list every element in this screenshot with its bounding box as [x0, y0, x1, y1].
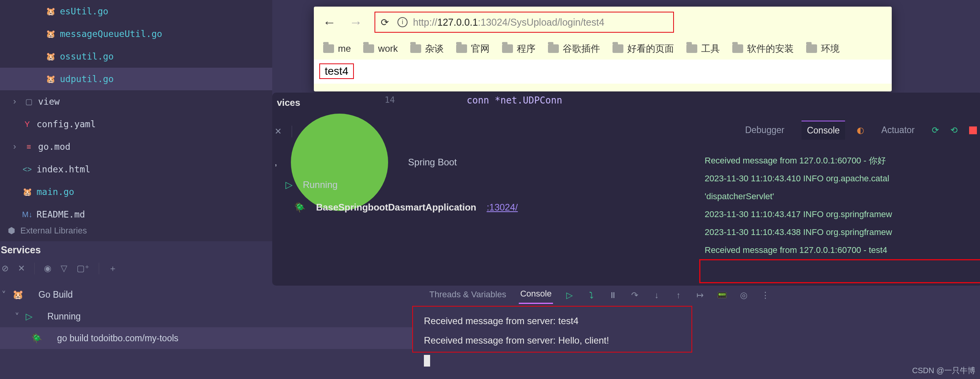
bookmark-item[interactable]: 工具 — [686, 42, 720, 55]
eye-icon[interactable]: ◉ — [44, 263, 51, 274]
bookmark-item[interactable]: 软件的安装 — [732, 42, 794, 55]
evaluate-icon[interactable]: 📟 — [716, 290, 727, 300]
file-item[interactable]: M↓README.md — [0, 203, 272, 226]
bookmark-item[interactable]: 杂谈 — [410, 42, 444, 55]
bookmarks-bar: mework杂谈官网程序谷歌插件好看的页面工具软件的安装环境 — [314, 38, 892, 60]
console-line: Received message from server: Hello, cli… — [424, 331, 609, 350]
refresh-icon[interactable]: ⟳ — [932, 125, 939, 135]
console-line: 'dispatcherServlet' — [702, 188, 980, 205]
bookmark-label: 程序 — [517, 42, 536, 55]
add-icon[interactable]: ＋ — [108, 263, 117, 274]
svg-point-0 — [291, 114, 388, 211]
service-running[interactable]: ˅▷ Running — [0, 305, 412, 327]
page-response-text: test4 — [319, 63, 354, 79]
file-name: esUtil.go — [60, 6, 108, 16]
file-icon: ≡ — [24, 142, 33, 151]
console-line: Received message from 127.0.0.1:60700 - … — [702, 241, 980, 259]
folder-icon — [323, 44, 334, 53]
file-item[interactable]: ›≡go.mod — [0, 135, 272, 158]
file-icon: 🐹 — [46, 52, 55, 61]
run-to-cursor-icon[interactable]: ↦ — [695, 290, 705, 300]
bookmark-label: work — [378, 43, 398, 54]
folder-icon — [732, 44, 743, 53]
resume-icon[interactable]: ▷ — [564, 290, 575, 300]
file-item[interactable]: 🐹esUtil.go — [0, 0, 272, 23]
bookmark-item[interactable]: 谷歌插件 — [548, 42, 600, 55]
file-name: README.md — [37, 209, 85, 219]
file-name: view — [38, 97, 60, 107]
tab-console-bottom[interactable]: Console — [519, 286, 553, 304]
file-item[interactable]: 🐹udputil.go — [0, 68, 272, 90]
file-name: index.html — [37, 164, 90, 174]
tab-threads-variables[interactable]: Threads & Variables — [428, 287, 508, 304]
file-icon: 🐹 — [46, 29, 55, 39]
file-item[interactable]: Yconfig.yaml — [0, 113, 272, 135]
file-name: config.yaml — [37, 119, 96, 129]
tab-debugger[interactable]: Debugger — [740, 121, 790, 139]
folder-icon — [806, 44, 817, 53]
folder-icon — [686, 44, 697, 53]
bookmark-item[interactable]: 好看的页面 — [612, 42, 674, 55]
file-name: udputil.go — [60, 74, 114, 84]
debug-tool-tabs: Debugger Console ◐ Actuator ⟳ ⟲ — [740, 121, 977, 140]
watermark: CSDN @一只牛博 — [912, 365, 975, 376]
console-line: Received message from 127.0.0.1:60700 - … — [702, 152, 980, 170]
file-name: main.go — [37, 187, 74, 197]
bookmark-item[interactable]: 官网 — [456, 42, 490, 55]
bookmark-item[interactable]: 环境 — [806, 42, 840, 55]
external-libraries-row[interactable]: ⬢ External Libraries — [0, 226, 272, 236]
close-icon[interactable]: ✕ — [18, 263, 25, 274]
bookmark-label: 杂谈 — [425, 42, 444, 55]
app-port-link[interactable]: :13024/ — [486, 202, 518, 213]
debug-bottom-tabs: Threads & Variables Console ▷ ⤵ ⏸ ↷ ↓ ↑ … — [428, 286, 771, 304]
file-icon: ▢ — [24, 97, 33, 106]
tab-actuator[interactable]: Actuator — [876, 121, 920, 139]
console-line: 2023-11-30 11:10:43.417 INFO org.springf… — [702, 205, 980, 223]
layout-icon[interactable]: ▢⁺ — [77, 263, 89, 274]
editor-line-number: 14 — [385, 95, 395, 105]
tab-console[interactable]: Console — [802, 121, 845, 140]
spring-console-output[interactable]: Received message from 127.0.0.1:60700 - … — [702, 152, 980, 259]
folder-icon — [456, 44, 467, 53]
bookmark-item[interactable]: 程序 — [502, 42, 536, 55]
go-console-output[interactable]: Received message from server: test4Recei… — [424, 311, 609, 370]
file-icon: 🐹 — [46, 7, 55, 16]
spring-boot-root[interactable]: , Spring Boot — [275, 151, 518, 174]
filter-icon[interactable]: ▽ — [61, 263, 67, 274]
step-icon[interactable]: ⤵ — [586, 290, 597, 300]
project-file-tree: 🐹esUtil.go🐹messageQueueUtil.go🐹ossutil.g… — [0, 0, 272, 241]
address-bar[interactable]: ⟳ i http://127.0.0.1:13024/SysUpload/log… — [374, 12, 674, 33]
trace-icon[interactable]: ◎ — [738, 290, 749, 300]
file-item[interactable]: 🐹main.go — [0, 181, 272, 203]
close-icon[interactable]: ✕ — [275, 126, 282, 137]
folder-icon — [548, 44, 559, 53]
actuator-icon: ◐ — [857, 125, 864, 135]
rerun-icon[interactable]: ⟲ — [950, 125, 957, 135]
step-over-icon[interactable]: ↷ — [629, 290, 640, 300]
file-item[interactable]: 🐹messageQueueUtil.go — [0, 23, 272, 45]
cursor — [424, 355, 430, 367]
pause-icon[interactable]: ⏸ — [607, 290, 618, 300]
file-icon: Y — [23, 119, 32, 129]
bookmark-item[interactable]: me — [323, 43, 351, 54]
file-item[interactable]: <>index.html — [0, 158, 272, 181]
forward-button[interactable]: → — [348, 15, 364, 30]
reload-icon[interactable]: ⟳ — [381, 17, 389, 28]
stop-button[interactable] — [969, 126, 977, 134]
step-into-icon[interactable]: ↓ — [651, 290, 662, 300]
service-go-build[interactable]: ˅🐹 Go Build — [0, 284, 412, 305]
file-name: go.mod — [38, 142, 70, 152]
more-icon[interactable]: ⋮ — [760, 290, 771, 300]
file-item[interactable]: ›▢view — [0, 90, 272, 113]
service-build-task[interactable]: 🪲 go build todoitbo.com/my-tools — [0, 327, 412, 349]
stop-icon[interactable]: ⊘ — [2, 263, 9, 274]
bookmark-item[interactable]: work — [363, 43, 398, 54]
site-info-icon[interactable]: i — [397, 17, 408, 27]
step-out-icon[interactable]: ↑ — [673, 290, 684, 300]
bookmark-label: 工具 — [701, 42, 720, 55]
console-line: 2023-11-30 11:10:43.438 INFO org.springf… — [702, 223, 980, 241]
file-item[interactable]: 🐹ossutil.go — [0, 45, 272, 68]
folder-icon — [502, 44, 513, 53]
console-line: Received message from server: test4 — [424, 311, 609, 331]
back-button[interactable]: ← — [322, 15, 337, 30]
